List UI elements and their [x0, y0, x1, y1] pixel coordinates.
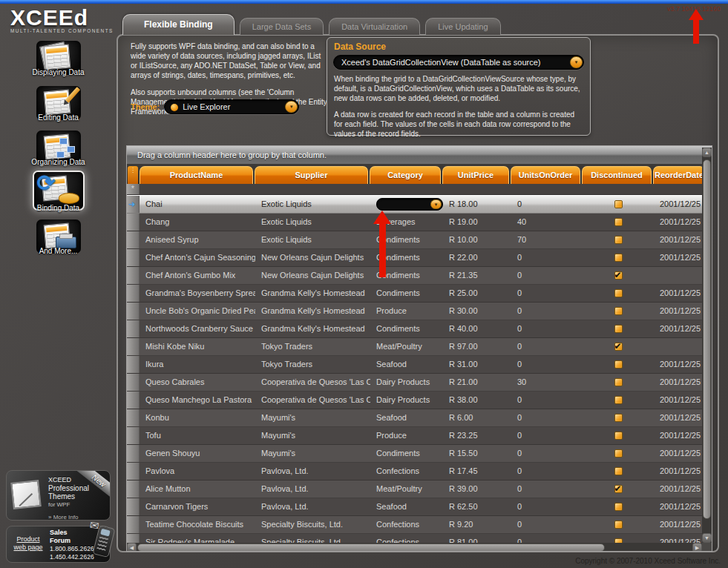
- table-row[interactable]: PavlovaPavlova, Ltd.ConfectionsR 17.4502…: [127, 463, 703, 481]
- cell-supplier[interactable]: Pavlova, Ltd.: [255, 498, 370, 515]
- cell-reorder-date[interactable]: 2001/12/25: [654, 285, 703, 302]
- cell-unit-price[interactable]: R 19.00: [443, 214, 511, 231]
- cell-discontinued[interactable]: [583, 214, 654, 231]
- cell-product-name[interactable]: Chai: [140, 196, 255, 213]
- cell-supplier[interactable]: Exotic Liquids: [255, 196, 370, 213]
- column-header-reorderdate[interactable]: ReorderDate: [653, 166, 702, 184]
- cell-category[interactable]: Condiments: [370, 285, 443, 302]
- cell-reorder-date[interactable]: 2001/12/25: [654, 427, 703, 444]
- cell-discontinued[interactable]: [583, 534, 654, 543]
- row-selector[interactable]: [127, 463, 140, 480]
- cell-category[interactable]: Seafood: [370, 356, 443, 373]
- cell-unit-price[interactable]: R 30.00: [443, 303, 511, 320]
- row-selector[interactable]: [127, 231, 140, 248]
- cell-unit-price[interactable]: R 22.00: [443, 249, 511, 266]
- cell-category[interactable]: Seafood: [370, 498, 443, 515]
- cell-supplier[interactable]: Grandma Kelly's Homestead: [255, 303, 370, 320]
- vertical-scrollbar-thumb[interactable]: [703, 159, 711, 519]
- cell-category[interactable]: Dairy Products: [370, 392, 443, 409]
- discontinued-checkbox[interactable]: [614, 325, 623, 333]
- cell-unit-price[interactable]: R 15.50: [443, 445, 511, 462]
- cell-category[interactable]: Dairy Products: [370, 374, 443, 391]
- sidebar-item-binding-data[interactable]: ⟳ Binding Data: [0, 171, 117, 212]
- table-row[interactable]: Chef Anton's Cajun SeasoningNew Orleans …: [127, 249, 703, 267]
- cell-units-on-order[interactable]: 0: [511, 320, 583, 337]
- cell-category[interactable]: Meat/Poultry: [370, 481, 443, 498]
- discontinued-checkbox[interactable]: [614, 254, 623, 262]
- discontinued-checkbox[interactable]: [614, 307, 623, 315]
- row-selector[interactable]: [127, 303, 140, 320]
- cell-reorder-date[interactable]: 2001/12/25: [654, 481, 703, 498]
- scroll-right-button[interactable]: ▶: [692, 543, 702, 552]
- cell-unit-price[interactable]: R 25.00: [443, 285, 511, 302]
- discontinued-checkbox[interactable]: [614, 378, 623, 386]
- insertion-row-selector[interactable]: *: [127, 184, 140, 194]
- row-selector[interactable]: [127, 498, 140, 515]
- cell-unit-price[interactable]: R 31.00: [443, 356, 511, 373]
- cell-product-name[interactable]: Queso Cabrales: [140, 374, 255, 391]
- cell-product-name[interactable]: Ikura: [140, 356, 255, 373]
- table-row[interactable]: Teatime Chocolate BiscuitsSpecialty Bisc…: [127, 516, 703, 534]
- cell-units-on-order[interactable]: 30: [511, 374, 583, 391]
- cell-reorder-date[interactable]: [654, 267, 703, 284]
- row-selector[interactable]: [127, 534, 140, 543]
- cell-product-name[interactable]: Grandma's Boysenberry Spread: [140, 285, 255, 302]
- cell-unit-price[interactable]: R 40.00: [443, 320, 511, 337]
- cell-product-name[interactable]: Konbu: [140, 409, 255, 426]
- cell-unit-price[interactable]: R 17.45: [443, 463, 511, 480]
- sidebar-item-editing-data[interactable]: Editing Data: [0, 86, 117, 122]
- cell-supplier[interactable]: Tokyo Traders: [255, 356, 370, 373]
- cell-supplier[interactable]: Pavlova, Ltd.: [255, 481, 370, 498]
- column-header-unitprice[interactable]: UnitPrice: [442, 166, 509, 184]
- row-selector[interactable]: [127, 356, 140, 373]
- discontinued-checkbox[interactable]: [614, 218, 623, 226]
- cell-units-on-order[interactable]: 0: [511, 356, 583, 373]
- cell-units-on-order[interactable]: 0: [511, 463, 583, 480]
- contact-promo-card[interactable]: Product web page Sales Forum 1.800.865.2…: [6, 526, 111, 563]
- theme-combobox[interactable]: Live Explorer ▼: [164, 99, 299, 114]
- cell-discontinued[interactable]: ✔: [583, 481, 654, 498]
- cell-reorder-date[interactable]: 2001/12/25: [654, 249, 703, 266]
- cell-reorder-date[interactable]: 2001/12/25: [654, 320, 703, 337]
- table-row[interactable]: Uncle Bob's Organic Dried PearsGrandma K…: [127, 303, 703, 320]
- sidebar-item-displaying-data[interactable]: Displaying Data: [0, 41, 117, 76]
- discontinued-checkbox[interactable]: ✔: [614, 343, 623, 351]
- row-selector[interactable]: [127, 249, 140, 266]
- cell-supplier[interactable]: Grandma Kelly's Homestead: [255, 320, 370, 337]
- combo-dropdown-button[interactable]: ▼: [430, 199, 442, 209]
- cell-discontinued[interactable]: [583, 285, 654, 302]
- cell-unit-price[interactable]: R 6.00: [443, 409, 511, 426]
- discontinued-checkbox[interactable]: [614, 289, 623, 297]
- row-selector[interactable]: [127, 338, 140, 355]
- cell-unit-price[interactable]: R 18.00: [443, 196, 511, 213]
- scroll-left-button[interactable]: ◀: [127, 543, 137, 552]
- cell-discontinued[interactable]: ✔: [583, 338, 654, 355]
- cell-units-on-order[interactable]: 0: [511, 409, 583, 426]
- cell-product-name[interactable]: Northwoods Cranberry Sauce: [140, 320, 255, 337]
- row-selector[interactable]: [127, 285, 140, 302]
- column-header-category[interactable]: Category: [370, 166, 441, 184]
- cell-category[interactable]: Confections: [370, 516, 443, 533]
- cell-category[interactable]: Produce: [370, 303, 443, 320]
- cell-supplier[interactable]: Pavlova, Ltd.: [255, 463, 370, 480]
- cell-product-name[interactable]: Queso Manchego La Pastora: [140, 392, 255, 409]
- cell-product-name[interactable]: Teatime Chocolate Biscuits: [140, 516, 255, 533]
- row-selector[interactable]: [127, 409, 140, 426]
- table-row[interactable]: Aniseed SyrupExotic LiquidsCondimentsR 1…: [127, 231, 703, 249]
- horizontal-scrollbar-thumb[interactable]: [137, 544, 605, 552]
- cell-units-on-order[interactable]: 0: [511, 392, 583, 409]
- cell-supplier[interactable]: Tokyo Traders: [255, 338, 370, 355]
- cell-reorder-date[interactable]: 2001/12/25: [654, 392, 703, 409]
- cell-reorder-date[interactable]: 2001/12/25: [654, 374, 703, 391]
- row-selector[interactable]: [127, 392, 140, 409]
- sidebar-item-and-more[interactable]: And More...: [0, 219, 117, 255]
- tab-data-virtualization[interactable]: Data Virtualization: [329, 18, 420, 35]
- table-row[interactable]: ChangExotic LiquidsBeveragesR 19.0040200…: [127, 214, 703, 231]
- discontinued-checkbox[interactable]: [614, 432, 623, 440]
- cell-unit-price[interactable]: R 10.00: [443, 231, 511, 248]
- cell-product-name[interactable]: Chef Anton's Cajun Seasoning: [140, 249, 255, 266]
- table-row[interactable]: TofuMayumi'sProduceR 23.2502001/12/25: [127, 427, 703, 445]
- cell-discontinued[interactable]: [583, 463, 654, 480]
- discontinued-checkbox[interactable]: [614, 396, 623, 404]
- cell-reorder-date[interactable]: 2001/12/25: [654, 356, 703, 373]
